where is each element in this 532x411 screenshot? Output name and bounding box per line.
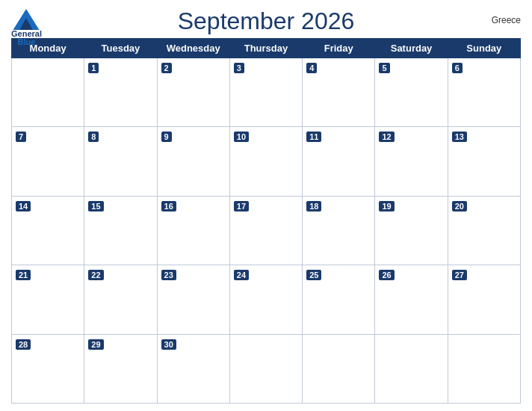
col-friday: Friday: [303, 39, 375, 58]
calendar-day-cell: 30: [157, 334, 229, 403]
day-number: 8: [88, 132, 99, 142]
calendar-day-cell: 8: [84, 127, 157, 196]
calendar-day-cell: 22: [84, 265, 157, 334]
calendar-day-cell: 9: [157, 127, 229, 196]
calendar-week-row: 282930: [12, 334, 521, 403]
calendar-day-cell: [375, 334, 448, 403]
day-number: 5: [379, 63, 389, 73]
calendar-week-row: 78910111213: [12, 127, 521, 196]
calendar-day-cell: 26: [375, 265, 448, 334]
calendar-header-row: Monday Tuesday Wednesday Thursday Friday…: [12, 39, 521, 58]
title-area: September 2026: [178, 7, 355, 35]
calendar-day-cell: 10: [229, 127, 302, 196]
day-number: 23: [161, 270, 176, 280]
calendar-day-cell: 14: [12, 196, 84, 265]
calendar-day-cell: [303, 334, 375, 403]
calendar-day-cell: [448, 334, 520, 403]
day-number: 4: [306, 63, 317, 73]
calendar-table: Monday Tuesday Wednesday Thursday Friday…: [11, 38, 521, 404]
calendar-day-cell: 23: [157, 265, 229, 334]
calendar-day-cell: 3: [229, 58, 302, 127]
day-number: 24: [234, 270, 249, 280]
day-number: 25: [306, 270, 321, 280]
col-thursday: Thursday: [229, 39, 302, 58]
calendar-day-cell: 24: [229, 265, 302, 334]
day-number: 16: [161, 201, 176, 211]
logo-blue: Blue: [18, 38, 36, 46]
day-number: 11: [306, 132, 321, 142]
calendar-day-cell: 25: [303, 265, 375, 334]
calendar-day-cell: 20: [448, 196, 520, 265]
day-number: 30: [161, 339, 176, 350]
day-number: 2: [161, 63, 172, 73]
col-saturday: Saturday: [375, 39, 448, 58]
calendar-day-cell: 19: [375, 196, 448, 265]
calendar-day-cell: 27: [448, 265, 520, 334]
calendar-day-cell: 7: [12, 127, 84, 196]
day-number: 13: [452, 132, 467, 142]
calendar-day-cell: 4: [303, 58, 375, 127]
calendar-day-cell: 13: [448, 127, 520, 196]
day-number: 18: [306, 201, 321, 211]
calendar-day-cell: 5: [375, 58, 448, 127]
calendar-week-row: 14151617181920: [12, 196, 521, 265]
day-number: 19: [379, 201, 394, 211]
calendar-title: September 2026: [178, 7, 355, 35]
col-sunday: Sunday: [448, 39, 520, 58]
calendar-day-cell: 17: [229, 196, 302, 265]
day-number: 21: [16, 270, 31, 280]
day-number: 6: [452, 63, 463, 73]
day-number: 1: [88, 63, 99, 73]
calendar-day-cell: 15: [84, 196, 157, 265]
calendar-week-row: 21222324252627: [12, 265, 521, 334]
calendar-week-row: 123456: [12, 58, 521, 127]
day-number: 3: [234, 63, 244, 73]
calendar-day-cell: 12: [375, 127, 448, 196]
logo: General Blue: [11, 9, 42, 46]
calendar-day-cell: [12, 58, 84, 127]
country-label: Greece: [492, 15, 521, 25]
day-number: 10: [234, 132, 249, 142]
col-wednesday: Wednesday: [157, 39, 229, 58]
calendar-body: 1234567891011121314151617181920212223242…: [12, 58, 521, 404]
day-number: 15: [88, 201, 103, 211]
day-number: 17: [234, 201, 249, 211]
col-tuesday: Tuesday: [84, 39, 157, 58]
calendar-day-cell: 1: [84, 58, 157, 127]
day-number: 22: [88, 270, 103, 280]
calendar-day-cell: 2: [157, 58, 229, 127]
calendar-day-cell: 21: [12, 265, 84, 334]
day-number: 14: [16, 201, 31, 211]
day-number: 7: [16, 132, 26, 142]
calendar-day-cell: 29: [84, 334, 157, 403]
day-number: 28: [16, 339, 31, 350]
calendar-day-cell: [229, 334, 302, 403]
day-number: 27: [452, 270, 467, 280]
day-number: 20: [452, 201, 467, 211]
day-number: 26: [379, 270, 394, 280]
calendar-day-cell: 28: [12, 334, 84, 403]
calendar-day-cell: 18: [303, 196, 375, 265]
day-number: 12: [379, 132, 394, 142]
day-number: 9: [161, 132, 172, 142]
calendar-header: General Blue September 2026 Greece: [11, 7, 521, 35]
calendar-day-cell: 6: [448, 58, 520, 127]
day-number: 29: [88, 339, 103, 350]
calendar-day-cell: 16: [157, 196, 229, 265]
calendar-day-cell: 11: [303, 127, 375, 196]
